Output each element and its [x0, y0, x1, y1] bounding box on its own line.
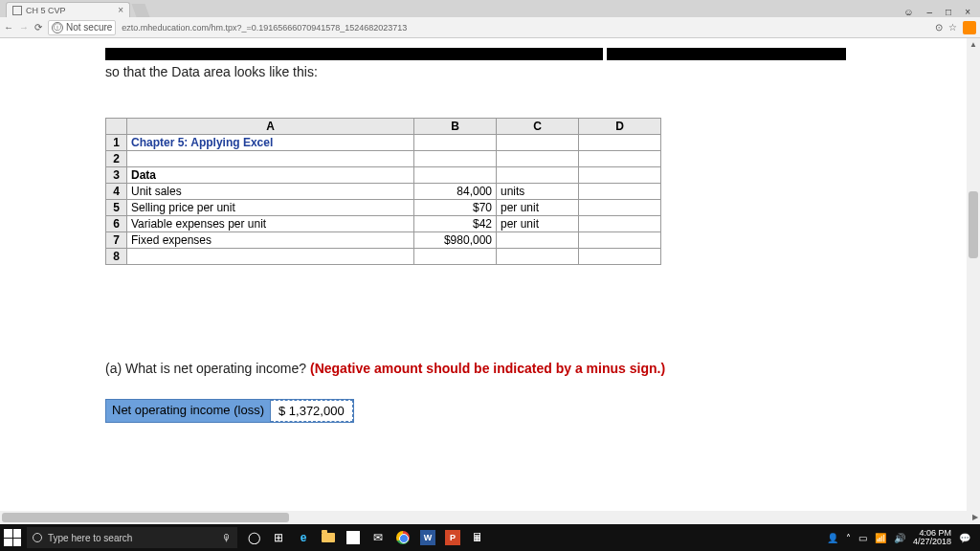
horizontal-scrollbar[interactable]: ◀ ▶ [0, 511, 980, 524]
cell [127, 151, 414, 167]
cell [579, 167, 661, 184]
redacted-text [105, 48, 603, 60]
cell [579, 200, 661, 216]
forward-button[interactable]: → [19, 22, 29, 33]
cell [414, 151, 497, 167]
minimize-button[interactable]: – [927, 7, 933, 17]
row-header: 8 [106, 249, 127, 265]
cell: Chapter 5: Applying Excel [127, 135, 414, 151]
calculator-icon[interactable]: 🖩 [467, 527, 488, 548]
cell [414, 167, 497, 184]
taskbar-apps: ◯ ⊞ e ✉ W P 🖩 [243, 527, 488, 548]
close-window-button[interactable]: × [965, 7, 970, 17]
corner-cell [106, 119, 127, 135]
vertical-scrollbar[interactable]: ▲ ▼ [967, 38, 980, 524]
row-header: 4 [106, 184, 127, 200]
cell [497, 135, 579, 151]
intro-tail: so that the Data area looks like this: [105, 64, 318, 79]
file-explorer-icon[interactable] [318, 527, 339, 548]
security-chip[interactable]: ⓘ Not secure [48, 20, 116, 35]
new-tab-button[interactable] [131, 4, 149, 17]
cell [414, 135, 497, 151]
tray-people-icon[interactable]: 👤 [827, 533, 838, 543]
word-icon[interactable]: W [417, 527, 438, 548]
col-header-D: D [579, 119, 661, 135]
extension-icon[interactable] [963, 21, 976, 34]
cortana-ring-icon[interactable]: ◯ [243, 527, 264, 548]
cell [127, 249, 414, 265]
intro-text: so that the Data area looks like this: [105, 38, 980, 81]
mic-icon[interactable]: 🎙 [222, 533, 232, 543]
row-header: 6 [106, 216, 127, 232]
cell [497, 151, 579, 167]
maximize-button[interactable]: □ [946, 7, 951, 17]
account-icon[interactable]: ☺ [903, 7, 913, 17]
cortana-icon [33, 533, 42, 542]
tray-battery-icon[interactable]: ▭ [858, 533, 867, 543]
taskbar-search[interactable]: Type here to search 🎙 [27, 527, 237, 548]
scroll-up-icon[interactable]: ▲ [969, 40, 977, 49]
row-header: 1 [106, 135, 127, 151]
cell [579, 135, 661, 151]
cell [497, 232, 579, 249]
table-row: 1Chapter 5: Applying Excel [106, 135, 661, 151]
powerpoint-icon[interactable]: P [442, 527, 463, 548]
close-tab-icon[interactable]: × [118, 5, 123, 15]
tray-wifi-icon[interactable]: 📶 [875, 533, 886, 543]
url-text[interactable]: ezto.mheducation.com/hm.tpx?_=0.19165666… [122, 23, 407, 33]
bookmark-star-icon[interactable]: ☆ [948, 22, 957, 33]
system-tray: 👤 ˄ ▭ 📶 🔊 4:06 PM 4/27/2018 💬 [827, 529, 976, 546]
cell: per unit [497, 216, 579, 232]
row-header: 5 [106, 200, 127, 216]
cell [579, 216, 661, 232]
cell [579, 184, 661, 200]
cell: per unit [497, 200, 579, 216]
windows-taskbar: Type here to search 🎙 ◯ ⊞ e ✉ W P 🖩 👤 ˄ … [0, 524, 980, 551]
cell [414, 249, 497, 265]
col-header-B: B [414, 119, 497, 135]
col-header-A: A [127, 119, 414, 135]
table-row: 3Data [106, 167, 661, 184]
browser-tabstrip: CH 5 CVP × ☺ – □ × [0, 0, 980, 17]
cell: $70 [414, 200, 497, 216]
tab-title: CH 5 CVP [26, 6, 66, 15]
tray-up-icon[interactable]: ˄ [846, 533, 851, 543]
reload-button[interactable]: ⟳ [34, 22, 42, 33]
tray-clock[interactable]: 4:06 PM 4/27/2018 [913, 529, 951, 546]
tray-date: 4/27/2018 [913, 538, 951, 546]
spreadsheet-table: A B C D 1Chapter 5: Applying Excel23Data… [105, 118, 661, 265]
back-button[interactable]: ← [4, 22, 13, 33]
question-a: (a) What is net operating income? (Negat… [105, 361, 980, 376]
omnibox-search-icon[interactable]: ⊙ [935, 22, 943, 33]
cell [579, 232, 661, 249]
cell [579, 249, 661, 265]
cell: Data [127, 167, 414, 184]
table-row: 5Selling price per unit$70per unit [106, 200, 661, 216]
chrome-icon[interactable] [392, 527, 413, 548]
edge-icon[interactable]: e [293, 527, 314, 548]
row-header: 2 [106, 151, 127, 167]
tray-volume-icon[interactable]: 🔊 [894, 533, 905, 543]
question-a-hint: (Negative amount should be indicated by … [310, 361, 665, 376]
browser-tab[interactable]: CH 5 CVP × [6, 2, 130, 17]
cell: Variable expenses per unit [127, 216, 414, 232]
cell: 84,000 [414, 184, 497, 200]
store-icon[interactable] [343, 527, 364, 548]
answer-box: Net operating income (loss) $ 1,372,000 [105, 399, 354, 423]
cell [497, 249, 579, 265]
col-header-C: C [497, 119, 579, 135]
scroll-right-icon[interactable]: ▶ [972, 513, 978, 521]
task-view-icon[interactable]: ⊞ [268, 527, 289, 548]
cell: units [497, 184, 579, 200]
scroll-thumb[interactable] [2, 513, 289, 522]
table-row: 7Fixed expenses$980,000 [106, 232, 661, 249]
scroll-thumb[interactable] [969, 191, 978, 258]
start-button[interactable] [4, 529, 21, 546]
table-row: 6Variable expenses per unit$42per unit [106, 216, 661, 232]
redacted-text [607, 48, 846, 60]
mail-icon[interactable]: ✉ [368, 527, 389, 548]
info-icon: ⓘ [52, 22, 63, 33]
answer-value-input[interactable]: $ 1,372,000 [271, 400, 353, 422]
cell [497, 167, 579, 184]
tray-notifications-icon[interactable]: 💬 [959, 533, 970, 543]
